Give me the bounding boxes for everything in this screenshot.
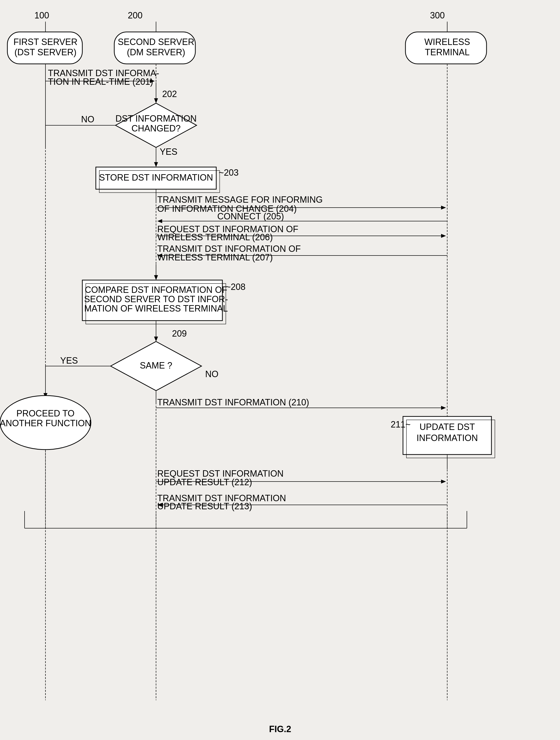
label-207-line2: WIRELESS TERMINAL (207) [157,252,273,262]
label-209-id: 209 [172,329,187,339]
label-202-yes: YES [160,147,177,157]
entity-server2-line1: SECOND SERVER [118,37,194,47]
ref-200: 200 [128,10,143,20]
entity-server2-line2: (DM SERVER) [127,47,185,57]
label-202-line2: CHANGED? [131,123,181,133]
ref-300: 300 [430,10,445,20]
label-208-id: ~208 [225,282,246,292]
label-211-line1: UPDATE DST [419,422,475,432]
ref-100: 100 [34,10,49,20]
label-204-line1: TRANSMIT MESSAGE FOR INFORMING [157,195,322,205]
label-208-line3: MATION OF WIRELESS TERMINAL [84,303,228,313]
entity-server1-line2: (DST SERVER) [14,47,77,57]
svg-rect-0 [0,0,560,740]
label-202-line1: DST INFORMATION [115,113,197,123]
label-212-line2: UPDATE RESULT (212) [157,477,252,487]
label-202-id: 202 [162,89,177,99]
label-202-no: NO [81,114,94,124]
label-proceed-line2: ANOTHER FUNCTION [0,418,91,428]
label-209-no: NO [205,369,218,379]
label-211-id: 211~ [391,420,410,430]
label-201-line2: TION IN REAL-TIME (201) [48,77,153,87]
entity-server1-line1: FIRST SERVER [13,37,78,47]
label-208-line1: COMPARE DST INFORMATION OF [85,285,227,295]
label-203-id: ~203 [219,168,239,178]
label-210: TRANSMIT DST INFORMATION (210) [157,397,309,407]
label-211-line2: INFORMATION [416,433,478,443]
label-213-line2: UPDATE RESULT (213) [157,501,252,511]
label-proceed-line1: PROCEED TO [16,408,75,419]
entity-terminal-line2: TERMINAL [425,47,470,57]
label-206-line2: WIRELESS TERMINAL (206) [157,232,273,242]
label-209-yes: YES [60,356,78,366]
label-205: CONNECT (205) [217,211,284,221]
label-203: STORE DST INFORMATION [99,173,213,183]
label-208-line2: SECOND SERVER TO DST INFOR- [84,294,228,304]
diagram-container: 100 200 300 FIRST SERVER (DST SERVER) SE… [0,0,560,740]
figure-label: FIG.2 [269,724,291,734]
label-209: SAME ? [140,360,172,370]
entity-terminal-line1: WIRELESS [425,37,470,47]
